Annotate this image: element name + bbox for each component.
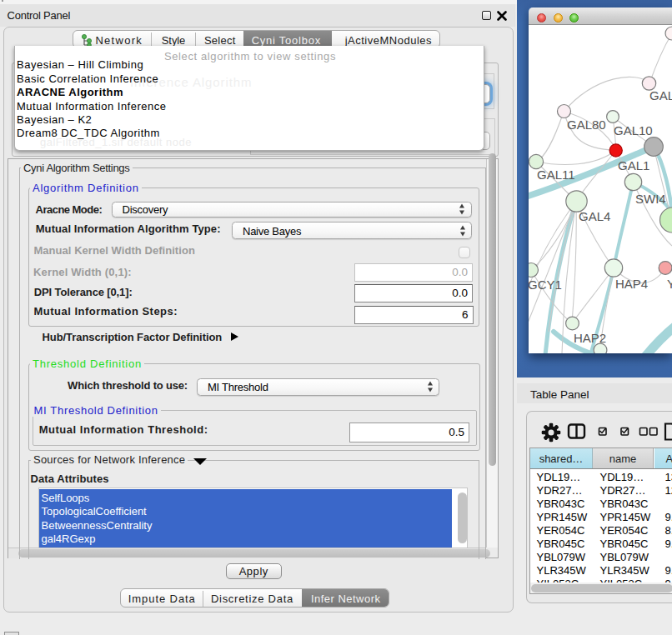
svg-text:HAP4: HAP4 xyxy=(615,277,648,291)
svg-text:GAL10: GAL10 xyxy=(614,123,653,138)
svg-text:HAP2: HAP2 xyxy=(574,331,606,345)
svg-text:GAL4: GAL4 xyxy=(579,209,610,223)
svg-text:GAL11: GAL11 xyxy=(537,168,575,182)
svg-text:GCY1: GCY1 xyxy=(529,278,562,292)
svg-text:GAL: GAL xyxy=(649,88,672,102)
svg-text:GAL1: GAL1 xyxy=(618,158,649,172)
svg-text:Y: Y xyxy=(667,277,672,291)
svg-text:SWI4: SWI4 xyxy=(635,192,666,206)
svg-text:GAL80: GAL80 xyxy=(567,118,606,132)
